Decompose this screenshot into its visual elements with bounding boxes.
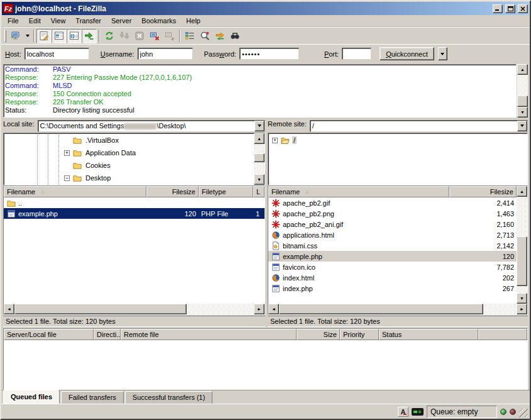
file-row[interactable]: apache_pb2.png 1,463 — [268, 208, 517, 219]
file-row[interactable]: bitnami.css 2,142 — [268, 240, 517, 251]
column-header-direction[interactable]: Directi... — [94, 329, 121, 340]
remote-list-vscrollbar[interactable]: ▲ ▼ — [517, 186, 527, 304]
process-queue-button[interactable] — [117, 29, 132, 43]
column-header-remote-file[interactable]: Remote file — [121, 329, 297, 340]
file-row[interactable]: index.php 267 — [268, 283, 517, 294]
cancel-button[interactable] — [132, 29, 147, 43]
file-row-example-php[interactable]: example.php 120 PHP File 1 — [4, 208, 265, 219]
message-log[interactable]: Command:PASV Response:227 Entering Passi… — [3, 64, 517, 118]
tab-failed-transfers[interactable]: Failed transfers — [61, 391, 124, 404]
expand-icon[interactable]: + — [272, 138, 278, 143]
file-row[interactable]: index.html 202 — [268, 272, 517, 283]
scroll-down-icon[interactable]: ▼ — [254, 174, 265, 185]
column-header-filesize[interactable]: Filesize — [146, 186, 199, 197]
menu-server[interactable]: Server — [106, 16, 136, 26]
local-list-rows[interactable]: .. example.php 120 PHP File 1 — [4, 197, 265, 304]
local-path-dropdown[interactable] — [255, 121, 265, 131]
scroll-down-icon[interactable]: ▼ — [517, 293, 527, 304]
toggle-queue-button[interactable] — [82, 29, 97, 43]
remote-path-combo[interactable]: / — [310, 120, 528, 132]
local-tree-scrollbar[interactable]: ▲ ▼ — [254, 133, 265, 185]
expand-icon[interactable]: + — [64, 150, 70, 156]
host-input[interactable] — [25, 48, 89, 60]
scrollbar-thumb[interactable] — [279, 304, 483, 314]
port-input[interactable] — [342, 48, 371, 60]
file-row[interactable]: apache_pb2_ani.gif 2,160 — [268, 219, 517, 229]
remote-directory-tree[interactable]: + / — [268, 133, 527, 185]
resize-grip[interactable] — [519, 409, 528, 417]
toolbar-gripper[interactable] — [4, 30, 6, 42]
site-manager-dropdown[interactable] — [23, 29, 31, 43]
log-scrollbar[interactable]: ▲ ▼ — [517, 64, 528, 118]
scroll-left-icon[interactable]: ◄ — [268, 304, 279, 314]
menu-edit[interactable]: Edit — [24, 16, 46, 26]
menu-view[interactable]: View — [46, 16, 71, 26]
data-type-indicator-icon[interactable]: A — [398, 407, 408, 417]
maximize-button[interactable] — [505, 4, 515, 13]
reconnect-button[interactable] — [162, 29, 177, 43]
scrollbar-thumb[interactable] — [254, 153, 265, 162]
column-header-server-local-file[interactable]: Server/Local file — [4, 329, 94, 340]
scroll-up-icon[interactable]: ▲ — [254, 133, 265, 144]
scroll-down-icon[interactable]: ▼ — [517, 107, 528, 118]
speed-limit-icon[interactable] — [412, 408, 424, 416]
directory-comparison-button[interactable] — [197, 29, 212, 43]
scroll-right-icon[interactable]: ► — [517, 304, 527, 314]
title-bar[interactable]: Fz john@localhost - FileZilla — [2, 2, 529, 15]
find-files-button[interactable] — [227, 29, 243, 43]
toggle-remote-tree-button[interactable] — [67, 29, 82, 43]
tree-item-root[interactable]: + / — [268, 134, 527, 146]
file-row-selected[interactable]: example.php 120 — [268, 251, 517, 262]
tree-item-cookies[interactable]: Cookies — [4, 159, 254, 172]
tree-item-application-data[interactable]: + Application Data — [4, 146, 254, 159]
file-row[interactable]: applications.html 2,713 — [268, 229, 517, 240]
close-button[interactable] — [518, 4, 528, 13]
scrollbar-thumb[interactable] — [14, 304, 187, 314]
local-path-combo[interactable]: C:\Documents and Settings\Desktop\ — [38, 120, 265, 132]
column-header-size[interactable]: Size — [297, 329, 340, 340]
site-manager-button[interactable] — [8, 29, 23, 43]
queue-rows[interactable] — [4, 340, 527, 389]
collapse-icon[interactable]: − — [64, 175, 70, 181]
file-row[interactable]: apache_pb2.gif 2,414 — [268, 197, 517, 208]
local-directory-tree[interactable]: .VirtualBox + Application Data Cookies − — [4, 133, 254, 185]
remote-list-rows[interactable]: apache_pb2.gif 2,414 apache_pb2.png 1,46… — [268, 197, 517, 304]
column-header-filesize[interactable]: Filesize — [449, 186, 517, 197]
menu-file[interactable]: File — [3, 16, 24, 26]
tree-item-desktop[interactable]: − Desktop — [4, 172, 254, 184]
synchronized-browsing-button[interactable] — [212, 29, 227, 43]
disconnect-button[interactable] — [147, 29, 162, 43]
scrollbar-thumb[interactable] — [517, 96, 528, 107]
column-header-lastmodified[interactable]: L — [253, 186, 265, 197]
column-header-priority[interactable]: Priority — [340, 329, 379, 340]
remote-path-dropdown[interactable] — [517, 121, 527, 131]
tree-item-virtualbox[interactable]: .VirtualBox — [4, 134, 254, 146]
toggle-local-tree-button[interactable] — [52, 29, 67, 43]
remote-list-hscrollbar[interactable]: ◄ ► — [268, 304, 527, 314]
file-row[interactable]: favicon.ico 7,782 — [268, 262, 517, 272]
column-header-filename[interactable]: Filename — [268, 186, 449, 197]
column-header-filename[interactable]: Filename — [4, 186, 146, 197]
quickconnect-dropdown[interactable] — [438, 47, 447, 60]
tab-queued-files[interactable]: Queued files — [3, 390, 60, 404]
scrollbar-thumb[interactable] — [517, 236, 527, 287]
username-input[interactable] — [138, 48, 193, 60]
password-input[interactable] — [239, 48, 299, 60]
toggle-message-log-button[interactable] — [36, 29, 52, 43]
scroll-up-icon[interactable]: ▲ — [517, 64, 528, 75]
tab-successful-transfers[interactable]: Successful transfers (1) — [125, 391, 213, 404]
quickconnect-button[interactable]: Quickconnect — [380, 47, 434, 60]
column-header-filetype[interactable]: Filetype — [199, 186, 253, 197]
scroll-left-icon[interactable]: ◄ — [4, 304, 14, 314]
scroll-right-icon[interactable]: ► — [254, 304, 265, 314]
column-header-status[interactable]: Status — [379, 329, 478, 340]
file-row-parent-dir[interactable]: .. — [4, 197, 265, 208]
scroll-up-icon[interactable]: ▲ — [517, 186, 527, 197]
menu-help[interactable]: Help — [181, 16, 205, 26]
menu-transfer[interactable]: Transfer — [70, 16, 106, 26]
filter-button[interactable] — [182, 29, 197, 43]
menu-bookmarks[interactable]: Bookmarks — [136, 16, 181, 26]
minimize-button[interactable] — [493, 4, 503, 13]
local-list-hscrollbar[interactable]: ◄ ► — [4, 304, 265, 314]
refresh-button[interactable] — [102, 29, 117, 43]
